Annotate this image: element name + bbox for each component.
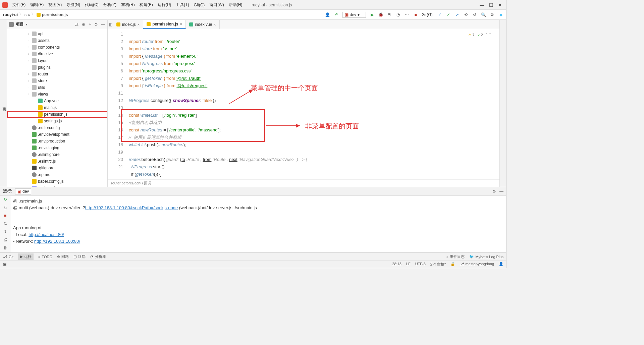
close-icon[interactable]: ✕ (498, 2, 502, 8)
menu-refactor[interactable]: 重构(R) (119, 1, 137, 8)
tree-node-main.js[interactable]: main.js (7, 104, 107, 111)
select-opened-icon[interactable]: ⇄ (75, 22, 78, 27)
chevron-down-icon[interactable]: ˇ (489, 31, 491, 39)
tab-pin-icon[interactable]: ◧ (108, 20, 113, 29)
git-update-icon[interactable]: ✓ (437, 12, 442, 17)
tool-events[interactable]: ○ 事件日志 (446, 254, 465, 259)
run-icon[interactable]: ▶ (369, 12, 375, 17)
tool-mybatis[interactable]: 🐦 Mybatis Log Plus (469, 254, 503, 259)
menu-run[interactable]: 运行(U) (156, 1, 173, 8)
menu-build[interactable]: 构建(B) (138, 1, 155, 8)
back-icon[interactable]: ↶ (334, 12, 339, 17)
run-soft-wrap-icon[interactable]: ⇅ (4, 221, 7, 226)
tree-node-directive[interactable]: ›directive (7, 51, 107, 57)
console-link-1[interactable]: http://192.168.1.100:80&sockPath=/sockjs… (85, 205, 178, 210)
git-rollback-icon[interactable]: ↺ (472, 12, 477, 17)
tool-profiler[interactable]: ◔ 分析器 (90, 254, 106, 259)
status-line-sep[interactable]: LF (406, 262, 411, 267)
menu-code[interactable]: 代码(C) (83, 1, 101, 8)
tool-problems[interactable]: ⊘ 问题 (57, 254, 69, 259)
panel-settings-icon[interactable]: ⚙ (94, 22, 98, 27)
code-editor[interactable]: import router from './router' import sto… (126, 29, 499, 179)
close-tab-icon[interactable]: × (214, 22, 216, 26)
run-config-select[interactable]: ▣dev▾ (342, 12, 366, 18)
menu-tools[interactable]: 工具(T) (174, 1, 191, 8)
tab-index.js[interactable]: index.js× (113, 20, 143, 29)
git-commit-icon[interactable]: ✓ (446, 12, 451, 17)
tree-node-.npmrc[interactable]: .npmrc (7, 171, 107, 178)
status-indent[interactable]: 2 个空格* (430, 262, 446, 267)
menu-edit[interactable]: 编辑(E) (28, 1, 46, 8)
code-breadcrumb[interactable]: router.beforeEach() 回调 (108, 179, 499, 187)
console-link-local[interactable]: http://localhost:80/ (29, 232, 64, 237)
menu-git[interactable]: Git(G) (192, 2, 207, 8)
tool-terminal[interactable]: ▢ 终端 (73, 254, 86, 259)
user-icon[interactable]: 👤 (325, 12, 330, 17)
status-readonly-icon[interactable]: 🔓 (450, 262, 455, 267)
status-pos[interactable]: 28:13 (392, 262, 401, 267)
right-tool-strip[interactable] (499, 20, 506, 187)
tool-git[interactable]: ⎇ Git (3, 254, 13, 259)
tree-node-settings.js[interactable]: settings.js (7, 118, 107, 124)
rerun-icon[interactable]: ↻ (4, 197, 7, 202)
debug-icon[interactable]: 🐞 (378, 12, 383, 17)
tool-todo[interactable]: ≡ TODO (38, 255, 52, 259)
git-history-icon[interactable]: ⟲ (463, 12, 469, 17)
menu-view[interactable]: 视图(V) (46, 1, 64, 8)
run-output[interactable]: @ ./src/main.js @ multi (webpack)-dev-se… (10, 196, 506, 252)
breadcrumb[interactable]: ruoyi-ui〉 src〉 permission.js (3, 12, 68, 17)
run-print-icon[interactable]: 🖨 (3, 237, 7, 242)
collapse-all-icon[interactable]: ÷ (89, 22, 91, 27)
tree-node-plugins[interactable]: ›plugins (7, 64, 107, 71)
run-attach-icon[interactable]: ⎙ (4, 205, 6, 210)
tree-node-components[interactable]: ›components (7, 44, 107, 51)
tree-node-utils[interactable]: ›utils (7, 84, 107, 91)
tree-node-router[interactable]: ›router (7, 71, 107, 77)
project-title[interactable]: 项目 (16, 21, 24, 27)
hide-panel-icon[interactable]: — (101, 22, 105, 27)
stop-icon[interactable]: ■ (413, 12, 418, 17)
tree-node-.env.staging[interactable]: .env.staging (7, 145, 107, 151)
tree-node-.env.production[interactable]: .env.production (7, 138, 107, 145)
profile-icon[interactable]: ◔ (395, 12, 401, 17)
tree-node-api[interactable]: ›api (7, 31, 107, 37)
tree-node-.eslintrc.js[interactable]: .eslintrc.js (7, 158, 107, 165)
tree-node-.gitignore[interactable]: .gitignore (7, 165, 107, 171)
run-config[interactable]: ▣dev (15, 188, 31, 194)
close-tab-icon[interactable]: × (138, 22, 140, 26)
menu-nav[interactable]: 导航(N) (64, 1, 82, 8)
tree-node-.env.development[interactable]: .env.development (7, 131, 107, 138)
tree-node-.eslintignore[interactable]: .eslintignore (7, 151, 107, 158)
status-person-icon[interactable]: 👤 (499, 262, 503, 267)
tree-node-babel.config.js[interactable]: babel.config.js (7, 178, 107, 185)
search-icon[interactable]: 🔍 (481, 12, 486, 17)
tool-run[interactable]: ▶ 运行 (18, 253, 34, 260)
project-tree[interactable]: ›api›assets›components›directive›layout›… (7, 29, 107, 187)
run-hide-icon[interactable]: — (499, 189, 503, 194)
menu-window[interactable]: 窗口(W) (207, 1, 226, 8)
left-tool-strip[interactable]: 项目 (0, 20, 7, 187)
tree-node-permission.js[interactable]: permission.js (7, 111, 107, 118)
run-scroll-icon[interactable]: ↧ (4, 229, 7, 234)
tree-node-store[interactable]: ›store (7, 77, 107, 84)
chevron-up-icon[interactable]: ˆ (486, 31, 487, 39)
tab-index.vue[interactable]: index.vue× (186, 20, 220, 29)
tree-node-App.vue[interactable]: App.vue (7, 98, 107, 104)
console-link-network[interactable]: http://192.168.1.100:80/ (34, 239, 80, 244)
menu-analyze[interactable]: 分析(Z) (101, 1, 118, 8)
expand-all-icon[interactable]: ⊕ (82, 22, 85, 27)
more-run-icon[interactable]: ⋯ (404, 12, 410, 17)
status-encoding[interactable]: UTF-8 (415, 262, 426, 267)
csdn-icon[interactable]: ◆ (498, 12, 503, 17)
close-tab-icon[interactable]: × (180, 22, 182, 26)
run-settings-icon[interactable]: ⚙ (492, 189, 496, 194)
git-push-icon[interactable]: ↗ (454, 12, 460, 17)
run-stop-icon[interactable]: ■ (4, 213, 6, 218)
tab-permission.js[interactable]: permission.js× (143, 20, 186, 29)
status-branch[interactable]: ⎇ master-yangdong (460, 262, 494, 267)
settings-icon[interactable]: ⚙ (489, 12, 495, 17)
menu-help[interactable]: 帮助(H) (227, 1, 245, 8)
maximize-icon[interactable]: ☐ (489, 2, 493, 8)
tree-node-views[interactable]: ›views (7, 91, 107, 98)
tree-node-assets[interactable]: ›assets (7, 37, 107, 44)
